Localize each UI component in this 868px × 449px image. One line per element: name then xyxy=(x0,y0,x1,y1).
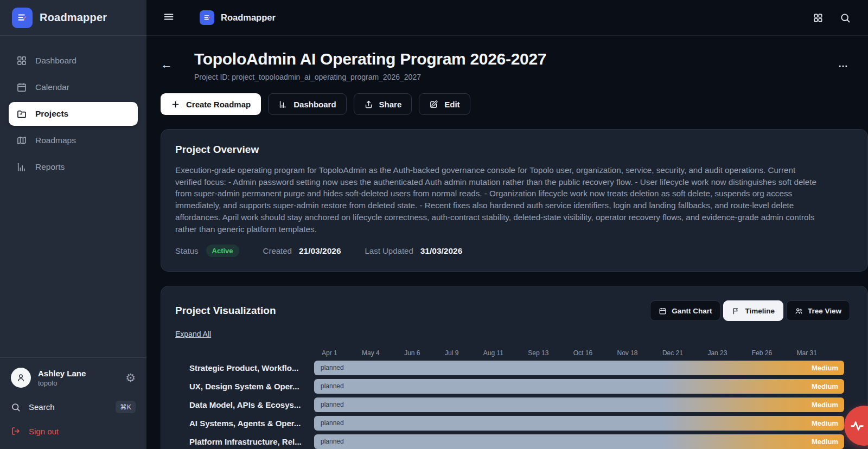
timeline-row-label: Data Model, APIs & Ecosys... xyxy=(175,400,314,409)
sidebar: Roadmapper Dashboard Calendar Projects R… xyxy=(0,0,146,449)
axis-tick: May 4 xyxy=(362,349,380,357)
dashboard-button[interactable]: Dashboard xyxy=(268,93,346,115)
axis-tick: Sep 13 xyxy=(528,349,548,357)
search-label: Search xyxy=(29,402,55,412)
axis-tick: Oct 16 xyxy=(573,349,592,357)
back-arrow-icon[interactable]: ← xyxy=(161,57,173,72)
folder-icon xyxy=(16,108,27,119)
timeline-row: UX, Design System & Oper... planned Medi… xyxy=(175,377,853,395)
bar-status-label: planned xyxy=(321,438,344,445)
bar-status-label: planned xyxy=(321,382,344,390)
created-value: 21/03/2026 xyxy=(299,246,341,256)
search-icon[interactable] xyxy=(840,12,851,23)
bar-priority-label: Medium xyxy=(812,382,838,390)
updated-value: 31/03/2026 xyxy=(420,246,463,256)
avatar[interactable] xyxy=(11,368,31,388)
view-toggle-group: Gantt Chart Timeline Tree View xyxy=(650,300,850,321)
person-icon xyxy=(16,373,26,383)
timeline-bar[interactable]: planned Medium xyxy=(314,397,844,412)
timeline-row-label: Strategic Product, Workflo... xyxy=(175,363,314,373)
settings-gear-icon[interactable]: ⚙ xyxy=(125,372,136,383)
header-logo-icon xyxy=(200,10,214,25)
timeline-bar-area: planned Medium xyxy=(314,361,844,375)
timeline-chart: Apr 1 May 4 Jun 6 Jul 9 Aug 11 Sep 13 Oc… xyxy=(175,348,853,449)
axis-tick: Aug 11 xyxy=(483,349,503,357)
sidebar-item-projects[interactable]: Projects xyxy=(9,102,138,126)
create-roadmap-button[interactable]: Create Roadmap xyxy=(161,93,261,115)
plus-icon xyxy=(171,100,180,109)
user-profile: Ashley Lane topolo ⚙ xyxy=(11,368,136,388)
apps-grid-icon[interactable] xyxy=(813,12,824,23)
main-area: Roadmapper ← TopoloAdmin AI Operating Pr… xyxy=(146,0,868,449)
calendar-icon xyxy=(16,82,27,93)
timeline-bar-area: planned Medium xyxy=(314,434,844,449)
sidebar-item-label: Reports xyxy=(35,162,65,172)
timeline-row: Data Model, APIs & Ecosys... planned Med… xyxy=(175,395,853,414)
header-actions xyxy=(813,12,851,23)
axis-spacer xyxy=(175,348,314,358)
tree-view-button[interactable]: Tree View xyxy=(786,300,850,321)
bar-chart-icon xyxy=(278,100,288,109)
sidebar-item-label: Calendar xyxy=(35,82,69,92)
visualization-header: Project Visualization Gantt Chart Timeli… xyxy=(175,300,853,321)
page-actions: Create Roadmap Dashboard Share Edit xyxy=(161,93,868,115)
sign-out-label: Sign out xyxy=(29,427,59,436)
sidebar-item-dashboard[interactable]: Dashboard xyxy=(9,49,138,73)
search-shortcut-badge: ⌘K xyxy=(116,401,136,413)
bar-priority-label: Medium xyxy=(812,438,838,446)
timeline-row-label: UX, Design System & Oper... xyxy=(175,382,314,391)
flag-icon xyxy=(732,307,740,315)
create-roadmap-label: Create Roadmap xyxy=(186,100,251,109)
sidebar-item-calendar[interactable]: Calendar xyxy=(9,75,138,99)
menu-hamburger-icon[interactable] xyxy=(163,11,175,25)
timeline-bar[interactable]: planned Medium xyxy=(314,416,844,431)
project-overview-card: Project Overview Execution-grade operati… xyxy=(161,129,868,272)
expand-all-link[interactable]: Expand All xyxy=(175,330,211,338)
edit-button[interactable]: Edit xyxy=(419,93,470,115)
axis-tick: Apr 1 xyxy=(322,349,337,357)
timeline-bar[interactable]: planned Medium xyxy=(314,434,844,449)
timeline-view-button[interactable]: Timeline xyxy=(723,300,783,321)
sidebar-search[interactable]: Search ⌘K xyxy=(11,401,136,413)
page-title: TopoloAdmin AI Operating Program 2026-20… xyxy=(194,50,838,68)
users-icon xyxy=(795,307,803,315)
map-icon xyxy=(16,135,27,146)
status-label: Status xyxy=(175,246,199,255)
axis-tick: Jun 6 xyxy=(404,349,420,357)
more-options-icon[interactable] xyxy=(838,61,848,74)
edit-button-label: Edit xyxy=(444,100,459,109)
timeline-row-label: Platform Infrastructure, Rel... xyxy=(175,437,314,446)
created-label: Created xyxy=(263,246,292,255)
top-header: Roadmapper xyxy=(146,0,868,36)
visualization-title: Project Visualization xyxy=(175,305,276,317)
grid-icon xyxy=(16,55,27,66)
timeline-row: Platform Infrastructure, Rel... planned … xyxy=(175,432,853,449)
bar-priority-label: Medium xyxy=(812,401,838,409)
sidebar-item-roadmaps[interactable]: Roadmaps xyxy=(9,129,138,152)
axis-tick: Jul 9 xyxy=(445,349,458,357)
gantt-chart-view-button[interactable]: Gantt Chart xyxy=(650,300,720,321)
timeline-axis-row: Apr 1 May 4 Jun 6 Jul 9 Aug 11 Sep 13 Oc… xyxy=(175,348,853,358)
axis-tick: Jan 23 xyxy=(707,349,727,357)
user-name: Ashley Lane xyxy=(38,369,86,378)
timeline-row: AI Systems, Agents & Oper... planned Med… xyxy=(175,414,853,432)
title-section: ← TopoloAdmin AI Operating Program 2026-… xyxy=(161,50,868,81)
calendar-icon xyxy=(659,307,667,315)
share-button-label: Share xyxy=(379,100,402,109)
overview-meta: Status Active Created 21/03/2026 Last Up… xyxy=(175,245,853,257)
search-icon xyxy=(11,402,21,412)
share-icon xyxy=(364,100,373,109)
timeline-bar[interactable]: planned Medium xyxy=(314,361,844,375)
timeline-axis: Apr 1 May 4 Jun 6 Jul 9 Aug 11 Sep 13 Oc… xyxy=(314,348,844,358)
sign-out-button[interactable]: Sign out xyxy=(11,426,136,436)
app-logo-icon xyxy=(12,8,33,28)
sidebar-item-reports[interactable]: Reports xyxy=(9,155,138,179)
timeline-bar[interactable]: planned Medium xyxy=(314,379,844,394)
share-button[interactable]: Share xyxy=(354,93,412,115)
pulse-icon xyxy=(850,418,865,433)
title-block: TopoloAdmin AI Operating Program 2026-20… xyxy=(194,50,838,81)
sidebar-nav: Dashboard Calendar Projects Roadmaps Rep… xyxy=(0,36,146,195)
axis-tick: Dec 21 xyxy=(662,349,683,357)
project-visualization-card: Project Visualization Gantt Chart Timeli… xyxy=(161,286,868,449)
user-org: topolo xyxy=(38,379,86,387)
